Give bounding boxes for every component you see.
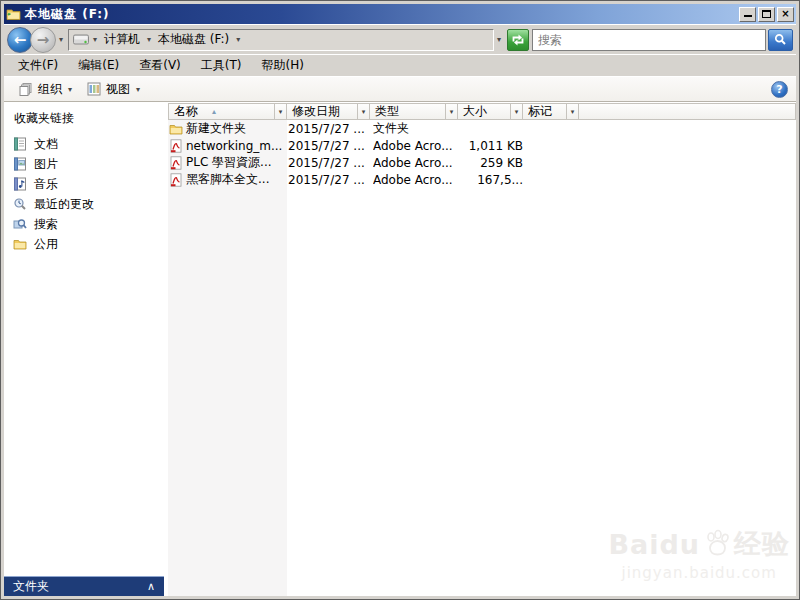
sidebar-item-label: 最近的更改 <box>34 196 94 213</box>
column-header-date-modified[interactable]: 修改日期 <box>286 103 358 120</box>
column-header-tags[interactable]: 标记 <box>522 103 567 120</box>
drive-dropdown-icon[interactable]: ▾ <box>90 35 100 44</box>
folders-label: 文件夹 <box>13 578 49 595</box>
chevron-down-icon[interactable]: ▾ <box>233 35 243 44</box>
column-header-row: 名称 ▴ ▾ 修改日期 ▾ 类型 ▾ 大小 ▾ 标记 ▾ <box>168 103 796 120</box>
file-type: Adobe Acro... <box>373 139 463 153</box>
maximize-button[interactable] <box>758 7 775 22</box>
refresh-button[interactable] <box>507 29 529 51</box>
navigation-pane: 收藏夹链接 文档 图片 <box>4 102 164 596</box>
help-icon: ? <box>776 83 782 96</box>
menu-edit[interactable]: 编辑(E) <box>68 55 129 76</box>
column-header-name[interactable]: 名称 ▴ <box>168 103 275 120</box>
column-header-filler <box>578 103 796 120</box>
column-header-type[interactable]: 类型 <box>369 103 446 120</box>
pdf-file-icon <box>169 139 183 153</box>
music-icon <box>13 177 27 191</box>
refresh-icon <box>511 33 525 47</box>
column-label: 大小 <box>463 103 487 120</box>
forward-button[interactable]: → <box>30 27 56 53</box>
sidebar-item-music[interactable]: 音乐 <box>4 174 164 194</box>
breadcrumb-item-local-disk-f[interactable]: 本地磁盘 (F:) <box>154 31 233 48</box>
file-type: Adobe Acro... <box>373 173 463 187</box>
column-label: 修改日期 <box>292 103 340 120</box>
sidebar-item-label: 文档 <box>34 136 58 153</box>
recent-pages-dropdown[interactable]: ▾ <box>56 35 66 44</box>
column-label: 名称 <box>174 103 198 120</box>
file-date: 2015/7/27 ... <box>288 156 373 170</box>
pdf-file-icon <box>169 173 183 187</box>
sort-ascending-icon: ▴ <box>212 107 216 116</box>
file-row-networking-pdf[interactable]: networking_m... 2015/7/27 ... Adobe Acro… <box>168 137 796 154</box>
close-button[interactable]: × <box>777 7 794 22</box>
search-input[interactable] <box>532 29 766 51</box>
sidebar-item-pictures[interactable]: 图片 <box>4 154 164 174</box>
content-area: 收藏夹链接 文档 图片 <box>4 102 796 596</box>
menu-bar: 文件(F) 编辑(E) 查看(V) 工具(T) 帮助(H) <box>4 54 796 76</box>
file-date: 2015/7/27 ... <box>288 122 373 136</box>
column-label: 标记 <box>528 103 552 120</box>
breadcrumb-item-computer[interactable]: 计算机 <box>100 31 144 48</box>
views-icon <box>87 82 101 96</box>
file-size: 259 KB <box>463 156 529 170</box>
menu-file[interactable]: 文件(F) <box>8 55 68 76</box>
sidebar-item-label: 图片 <box>34 156 58 173</box>
file-name: 新建文件夹 <box>186 120 246 137</box>
help-button[interactable]: ? <box>771 81 788 98</box>
menu-view[interactable]: 查看(V) <box>129 55 191 76</box>
file-row-new-folder[interactable]: 新建文件夹 2015/7/27 ... 文件夹 <box>168 120 796 137</box>
sidebar-item-documents[interactable]: 文档 <box>4 134 164 154</box>
back-arrow-icon: ← <box>14 31 27 49</box>
sidebar-item-recent-changes[interactable]: 最近的更改 <box>4 194 164 214</box>
chevron-down-icon: ▾ <box>515 108 519 116</box>
chevron-up-icon: ∧ <box>147 580 155 593</box>
folders-expander[interactable]: 文件夹 ∧ <box>4 576 164 596</box>
minimize-button[interactable] <box>739 7 756 22</box>
search-button[interactable] <box>768 29 793 51</box>
window-title: 本地磁盘 (F:) <box>25 6 737 23</box>
address-history-dropdown[interactable]: ▾ <box>494 35 504 44</box>
search-icon <box>774 33 787 46</box>
sidebar-item-label: 音乐 <box>34 176 58 193</box>
menu-help[interactable]: 帮助(H) <box>252 55 314 76</box>
file-list-view: 名称 ▴ ▾ 修改日期 ▾ 类型 ▾ 大小 ▾ 标记 ▾ <box>164 102 796 596</box>
explorer-window: 本地磁盘 (F:) × ← → ▾ ▾ 计算机 ▾ 本地磁盘 (F:) ▾ ▾ <box>0 0 800 600</box>
documents-icon <box>13 137 27 151</box>
file-name: 黑客脚本全文... <box>186 171 269 188</box>
searches-icon <box>13 217 27 231</box>
views-dropdown-icon: ▾ <box>135 85 141 94</box>
file-date: 2015/7/27 ... <box>288 139 373 153</box>
file-row-hacker-script-pdf[interactable]: 黑客脚本全文... 2015/7/27 ... Adobe Acro... 16… <box>168 171 796 188</box>
folder-icon <box>169 122 183 136</box>
menu-tools[interactable]: 工具(T) <box>191 55 252 76</box>
chevron-down-icon: ▾ <box>450 108 454 116</box>
breadcrumb[interactable]: ▾ 计算机 ▾ 本地磁盘 (F:) ▾ <box>68 29 494 51</box>
views-label: 视图 <box>106 81 130 98</box>
command-toolbar: 组织 ▾ 视图 ▾ ? <box>4 76 796 102</box>
drive-icon <box>73 34 89 45</box>
organize-icon <box>19 82 33 96</box>
chevron-down-icon[interactable]: ▾ <box>144 35 154 44</box>
file-size: 167,5... <box>463 173 529 187</box>
views-button[interactable]: 视图 ▾ <box>80 79 148 100</box>
file-date: 2015/7/27 ... <box>288 173 373 187</box>
column-label: 类型 <box>375 103 399 120</box>
sidebar-item-label: 公用 <box>34 236 58 253</box>
file-rows: 新建文件夹 2015/7/27 ... 文件夹 networking_m... <box>168 120 796 188</box>
minimize-icon <box>744 9 752 17</box>
file-name: networking_m... <box>186 139 282 153</box>
file-size: 1,011 KB <box>463 139 529 153</box>
sidebar-item-searches[interactable]: 搜索 <box>4 214 164 234</box>
organize-dropdown-icon: ▾ <box>67 85 73 94</box>
file-name: PLC 學習資源... <box>186 154 272 171</box>
public-folder-icon <box>13 237 27 251</box>
sidebar-item-public[interactable]: 公用 <box>4 234 164 254</box>
titlebar: 本地磁盘 (F:) × <box>4 4 796 24</box>
forward-arrow-icon: → <box>37 31 50 49</box>
maximize-icon <box>762 10 771 18</box>
file-row-plc-pdf[interactable]: PLC 學習資源... 2015/7/27 ... Adobe Acro... … <box>168 154 796 171</box>
file-type: 文件夹 <box>373 120 463 137</box>
organize-button[interactable]: 组织 ▾ <box>12 79 80 100</box>
sorted-column-highlight <box>168 120 287 596</box>
column-header-size[interactable]: 大小 <box>457 103 511 120</box>
